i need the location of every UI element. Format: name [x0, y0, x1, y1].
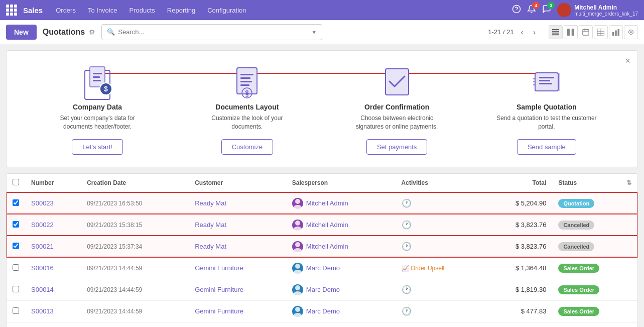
table-view-btn[interactable] [594, 25, 608, 39]
row-checkbox-cell[interactable] [7, 300, 25, 322]
row-checkbox[interactable] [13, 221, 19, 228]
order-number-link[interactable]: S00013 [31, 307, 54, 315]
col-activities[interactable]: Activities [396, 174, 484, 192]
nav-to-invoice[interactable]: To Invoice [87, 5, 118, 16]
row-customer[interactable]: Ready Mat [189, 236, 286, 257]
row-checkbox[interactable] [13, 264, 19, 271]
row-checkbox[interactable] [13, 286, 19, 292]
salesperson-name[interactable]: Marc Demo [306, 286, 340, 293]
row-customer[interactable]: Gemini Furniture [189, 279, 286, 300]
row-activity[interactable]: 🕐 [396, 214, 484, 236]
row-number[interactable]: S00023 [25, 192, 81, 214]
order-number-link[interactable]: S00014 [31, 286, 54, 293]
col-customer[interactable]: Customer [189, 174, 286, 192]
messages-icon-btn[interactable]: 3 [542, 5, 551, 16]
order-number-link[interactable]: S00021 [31, 243, 54, 250]
kanban-view-btn[interactable] [564, 25, 578, 39]
svg-point-55 [294, 270, 302, 274]
nav-orders[interactable]: Orders [55, 5, 77, 16]
row-checkbox-cell[interactable] [7, 322, 25, 327]
nav-reporting[interactable]: Reporting [166, 5, 196, 16]
salesperson-name[interactable]: Mitchell Admin [306, 243, 348, 250]
row-number[interactable]: S00016 [25, 257, 81, 279]
customer-link[interactable]: Gemini Furniture [195, 307, 243, 315]
customer-link[interactable]: Gemini Furniture [195, 286, 243, 293]
row-customer[interactable]: Gemini Furniture [189, 300, 286, 322]
row-activity[interactable]: 🕐 [396, 192, 484, 214]
customer-link[interactable]: Gemini Furniture [195, 264, 243, 272]
search-input[interactable] [118, 28, 309, 36]
activity-clock-icon[interactable]: 🕐 [402, 199, 412, 207]
row-activity[interactable]: 📈 Order Upsell [396, 257, 484, 279]
customer-link[interactable]: Ready Mat [195, 199, 226, 207]
salesperson-name[interactable]: Mitchell Admin [306, 199, 348, 207]
row-customer[interactable]: Ready Mat [189, 214, 286, 236]
user-info[interactable]: Mitchell Admin multi_merge_orders_knk_17 [557, 3, 638, 17]
row-checkbox-cell[interactable] [7, 236, 25, 257]
search-dropdown-icon[interactable]: ▼ [311, 29, 317, 35]
wizard-close-btn[interactable]: × [625, 56, 630, 66]
row-activity[interactable]: 🕐 [396, 300, 484, 322]
list-view-btn[interactable] [549, 25, 563, 39]
order-number-link[interactable]: S00023 [31, 199, 54, 207]
customer-link[interactable]: Ready Mat [195, 221, 226, 229]
col-date[interactable]: Creation Date [81, 174, 189, 192]
row-number[interactable]: S00021 [25, 236, 81, 257]
notifications-icon-btn[interactable]: 4 [527, 5, 536, 16]
pagination-prev[interactable]: ‹ [518, 27, 527, 37]
grid-menu-icon[interactable] [6, 5, 17, 16]
row-number[interactable]: S00014 [25, 279, 81, 300]
wizard-step-btn-2[interactable]: Set payments [366, 139, 428, 155]
wizard-step-btn-3[interactable]: Send sample [517, 139, 576, 155]
order-number-link[interactable]: S00022 [31, 221, 54, 229]
select-all-header[interactable] [7, 174, 25, 192]
row-customer[interactable]: Gemini Furniture [189, 257, 286, 279]
settings-icon[interactable]: ⚙ [89, 28, 95, 36]
calendar-view-btn[interactable] [579, 25, 593, 39]
row-checkbox[interactable] [13, 199, 19, 206]
col-total[interactable]: Total [483, 174, 552, 192]
row-checkbox-cell[interactable] [7, 279, 25, 300]
wizard-step-btn-1[interactable]: Customize [221, 139, 273, 155]
row-customer[interactable]: Gemini Furniture [189, 322, 286, 327]
activity-upsell-icon[interactable]: 📈 Order Upsell [402, 265, 445, 272]
salesperson-cell: Mitchell Admin [292, 220, 390, 231]
row-number[interactable]: S00013 [25, 300, 81, 322]
salesperson-name[interactable]: Marc Demo [306, 264, 340, 272]
support-icon-btn[interactable] [512, 5, 521, 16]
activity-clock-icon[interactable]: 🕐 [402, 221, 412, 229]
activity-clock-icon[interactable]: 🕐 [402, 285, 412, 294]
pagination-next[interactable]: › [530, 27, 539, 37]
settings-view-btn[interactable] [624, 25, 638, 39]
col-salesperson[interactable]: Salesperson [286, 174, 396, 192]
new-button[interactable]: New [6, 25, 37, 40]
row-activity[interactable]: 🕐 [396, 279, 484, 300]
chart-view-btn[interactable] [609, 25, 623, 39]
activity-clock-icon[interactable]: 🕐 [402, 307, 412, 315]
nav-configuration[interactable]: Configuration [206, 5, 247, 16]
row-checkbox-cell[interactable] [7, 257, 25, 279]
order-number-link[interactable]: S00016 [31, 264, 54, 272]
row-customer[interactable]: Ready Mat [189, 192, 286, 214]
row-activity[interactable]: 🕐 [396, 236, 484, 257]
row-number[interactable]: S00012 [25, 322, 81, 327]
salesperson-name[interactable]: Mitchell Admin [306, 221, 348, 229]
sort-icon[interactable]: ⇅ [626, 179, 631, 186]
wizard-step-desc-3: Send a quotation to test the customer po… [496, 114, 597, 131]
app-name[interactable]: Sales [23, 6, 43, 15]
search-bar[interactable]: 🔍 ▼ [101, 24, 322, 40]
col-number[interactable]: Number [25, 174, 81, 192]
row-checkbox-cell[interactable] [7, 214, 25, 236]
row-checkbox-cell[interactable] [7, 192, 25, 214]
salesperson-name[interactable]: Marc Demo [306, 307, 340, 315]
row-activity[interactable]: ✉️ Email [396, 322, 484, 327]
row-number[interactable]: S00022 [25, 214, 81, 236]
select-all-checkbox[interactable] [13, 179, 19, 185]
row-checkbox[interactable] [13, 307, 19, 314]
wizard-step-btn-0[interactable]: Let's start! [72, 139, 123, 155]
col-status[interactable]: Status ⇅ [552, 174, 637, 192]
customer-link[interactable]: Ready Mat [195, 243, 226, 250]
activity-clock-icon[interactable]: 🕐 [402, 242, 412, 251]
nav-products[interactable]: Products [128, 5, 156, 16]
row-checkbox[interactable] [13, 243, 19, 249]
